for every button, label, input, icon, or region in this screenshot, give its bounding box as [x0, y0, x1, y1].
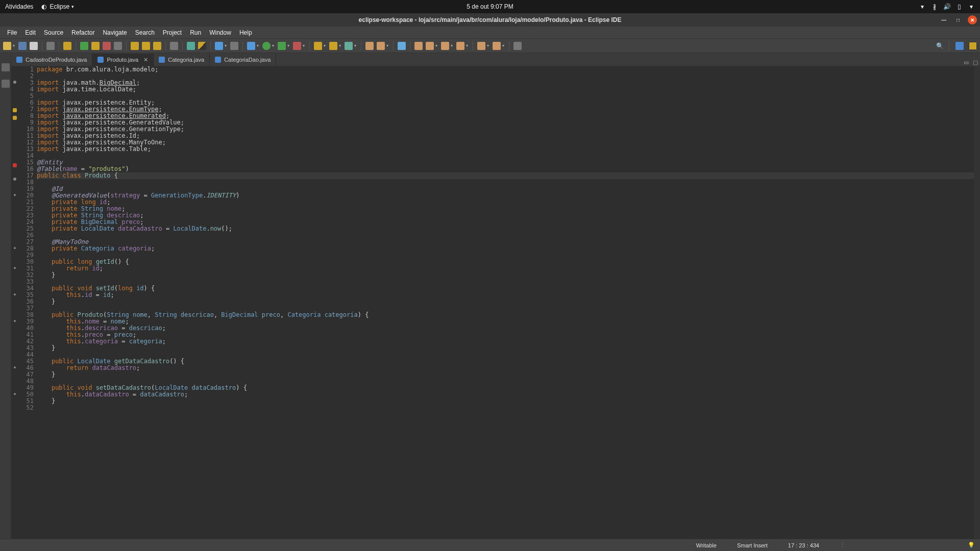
menu-run[interactable]: Run [186, 28, 205, 37]
gutter-marker[interactable] [11, 170, 18, 177]
bluetooth-icon[interactable]: ∦ [931, 3, 938, 10]
step-return-icon[interactable] [153, 42, 161, 50]
save-icon[interactable] [18, 42, 27, 50]
gnome-active-app[interactable]: ◐ Eclipse ▾ [40, 3, 74, 10]
chevron-down-icon[interactable]: ▾ [225, 43, 227, 48]
code-line[interactable]: this.preco = preco; [37, 332, 974, 338]
code-line[interactable]: public Produto(String nome, String descr… [37, 312, 974, 318]
gutter-marker[interactable]: ● [11, 191, 18, 197]
open-type-icon[interactable] [63, 42, 71, 50]
chevron-down-icon[interactable]: ▾ [354, 43, 356, 48]
code-line[interactable]: @ManyToOne [37, 239, 974, 245]
menu-search[interactable]: Search [131, 28, 159, 37]
gutter-marker[interactable] [11, 277, 18, 284]
gutter-marker[interactable] [11, 149, 18, 156]
maximize-view-icon[interactable]: ▢ [973, 59, 978, 66]
resume-icon[interactable] [80, 42, 88, 50]
chevron-down-icon[interactable]: ▾ [466, 43, 468, 48]
drop-frame-icon[interactable] [170, 42, 178, 50]
gutter-marker[interactable] [11, 142, 18, 149]
battery-icon[interactable]: ▯ [955, 3, 963, 10]
code-editor[interactable]: ●●●●●●● 12345678910111213141516171819202… [11, 66, 980, 539]
code-line[interactable]: public long getId() { [37, 259, 974, 265]
skip-breakpoints-icon[interactable] [230, 42, 238, 50]
toggle-highlight-icon[interactable] [198, 42, 206, 50]
code-line[interactable] [37, 405, 974, 411]
gutter-marker[interactable] [11, 257, 18, 264]
menu-edit[interactable]: Edit [21, 28, 40, 37]
gutter-marker[interactable] [11, 184, 18, 191]
new-class-icon[interactable] [345, 42, 353, 50]
menu-window[interactable]: Window [205, 28, 235, 37]
menu-refactor[interactable]: Refactor [67, 28, 99, 37]
gutter-marker[interactable] [11, 310, 18, 317]
gutter-marker[interactable]: ● [11, 290, 18, 297]
gutter-marker[interactable] [11, 330, 18, 337]
code-line[interactable]: import javax.persistence.EnumType; [37, 106, 974, 113]
close-tab-icon[interactable]: ✕ [143, 57, 148, 63]
code-line[interactable]: public void setId(long id) { [37, 285, 974, 292]
step-over-icon[interactable] [142, 42, 150, 50]
menu-source[interactable]: Source [40, 28, 67, 37]
close-button[interactable]: ✕ [968, 15, 977, 24]
quick-access-icon[interactable]: 🔍 [936, 42, 944, 49]
gutter-marker[interactable] [11, 357, 18, 363]
chevron-down-icon[interactable]: ▾ [339, 43, 341, 48]
gutter-marker[interactable] [11, 73, 18, 80]
gnome-activities[interactable]: Atividades [5, 3, 33, 10]
gutter-marker[interactable] [11, 403, 18, 410]
gutter-marker[interactable] [11, 66, 18, 73]
new-icon[interactable] [3, 42, 11, 50]
minimize-view-icon[interactable]: ▭ [964, 59, 969, 66]
gutter-marker[interactable] [11, 122, 18, 129]
gutter-marker[interactable]: ● [11, 363, 18, 370]
gutter-marker[interactable]: ● [11, 390, 18, 396]
nav-icon[interactable] [426, 42, 434, 50]
gnome-clock[interactable]: 5 de out 9:07 PM [467, 3, 513, 10]
marker-gutter[interactable]: ●●●●●●● [11, 66, 18, 539]
code-line[interactable]: import javax.persistence.Table; [37, 146, 974, 153]
new-package-icon[interactable] [329, 42, 337, 50]
gutter-marker[interactable] [11, 396, 18, 403]
terminate-icon[interactable] [103, 42, 111, 50]
gutter-marker[interactable] [11, 237, 18, 244]
gutter-marker[interactable] [11, 163, 18, 170]
gutter-marker[interactable] [11, 410, 18, 416]
gutter-marker[interactable] [11, 297, 18, 304]
save-all-icon[interactable] [30, 42, 38, 50]
gutter-marker[interactable] [11, 211, 18, 217]
gutter-marker[interactable] [11, 136, 18, 142]
code-line[interactable]: this.nome = nome; [37, 318, 974, 325]
step-into-icon[interactable] [131, 42, 139, 50]
gutter-marker[interactable] [11, 370, 18, 377]
gutter-marker[interactable]: ● [11, 264, 18, 270]
code-line[interactable]: import javax.persistence.ManyToOne; [37, 139, 974, 146]
gutter-marker[interactable] [11, 101, 18, 107]
menu-navigate[interactable]: Navigate [99, 28, 131, 37]
gutter-marker[interactable] [11, 94, 18, 101]
chevron-down-icon[interactable]: ▾ [303, 43, 305, 48]
code-line[interactable]: private LocalDate dataCadastro = LocalDa… [37, 226, 974, 232]
editor-tab[interactable]: Produto.java✕ [92, 54, 154, 66]
gutter-marker[interactable] [11, 323, 18, 330]
code-line[interactable]: } [37, 298, 974, 305]
code-line[interactable]: import javax.persistence.Id; [37, 133, 974, 139]
maximize-button[interactable]: □ [953, 15, 963, 24]
refresh-icon[interactable] [398, 42, 406, 50]
suspend-icon[interactable] [91, 42, 100, 50]
gutter-marker[interactable] [11, 270, 18, 277]
gutter-marker[interactable] [11, 383, 18, 390]
code-line[interactable]: import javax.persistence.GenerationType; [37, 126, 974, 133]
code-line[interactable]: this.id = id; [37, 292, 974, 298]
status-menu-icon[interactable]: ⋮ [840, 542, 845, 548]
open-task-icon[interactable] [365, 42, 374, 50]
chevron-down-icon[interactable]: ▾ [324, 43, 326, 48]
code-line[interactable]: import java.time.LocalDate; [37, 86, 974, 93]
gutter-marker[interactable] [11, 156, 18, 162]
gutter-marker[interactable] [11, 231, 18, 237]
menu-file[interactable]: File [3, 28, 21, 37]
code-line[interactable]: } [37, 345, 974, 352]
gutter-marker[interactable] [11, 197, 18, 204]
gutter-marker[interactable] [11, 343, 18, 350]
menu-project[interactable]: Project [159, 28, 186, 37]
